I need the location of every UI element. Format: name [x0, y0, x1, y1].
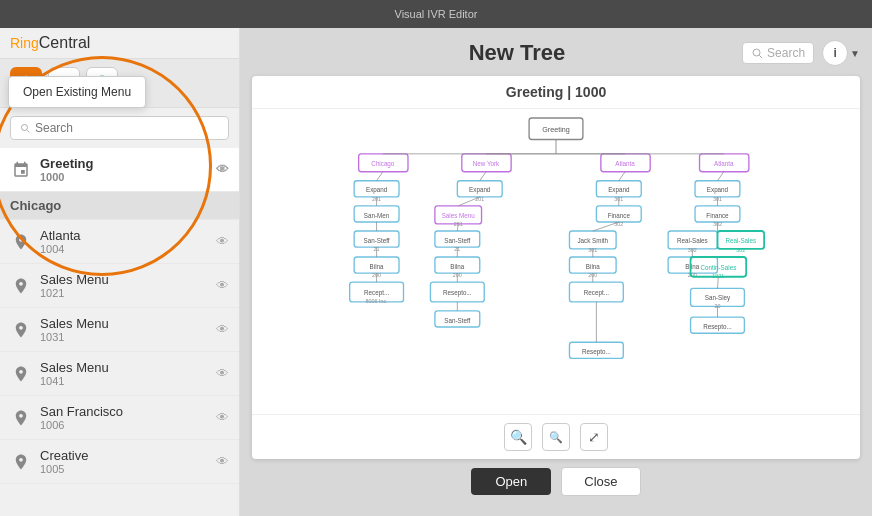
zoom-out-icon: 🔍	[549, 431, 563, 444]
atlanta-eye-icon[interactable]: 👁	[216, 234, 229, 249]
sidebar-list: Greeting 1000 👁 Chicago Atlanta 1004	[0, 148, 239, 516]
greeting-name: Greeting	[40, 156, 216, 171]
zoom-in-icon: 🔍	[510, 429, 527, 445]
sidebar-search-bar[interactable]	[10, 116, 229, 140]
top-bar: Visual IVR Editor	[0, 0, 872, 28]
diagram-container: Greeting | 1000 Greeting Chicago New Yor…	[252, 76, 860, 459]
atlanta-icon	[10, 231, 32, 253]
salesmenu3-name: Sales Menu	[40, 360, 216, 375]
svg-text:Sales Menu: Sales Menu	[442, 212, 476, 219]
svg-text:Finance: Finance	[706, 212, 729, 219]
logo: RingCentral	[10, 34, 90, 52]
svg-line-31	[480, 172, 486, 181]
svg-line-32	[619, 172, 625, 181]
svg-text:Resepto...: Resepto...	[703, 323, 732, 331]
zoom-fit-icon: ⤢	[588, 429, 600, 445]
zoom-fit-button[interactable]: ⤢	[580, 423, 608, 451]
svg-text:New York: New York	[473, 160, 500, 167]
svg-text:San-Men: San-Men	[364, 212, 390, 219]
salesmenu2-eye-icon[interactable]: 👁	[216, 322, 229, 337]
svg-text:Expand: Expand	[366, 186, 388, 194]
salesmenu3-item-text: Sales Menu 1041	[40, 360, 216, 387]
main-content: New Tree Search i ▼ Greeting | 1000	[240, 28, 872, 516]
svg-text:San-Steff: San-Steff	[444, 317, 470, 324]
sidebar-item-creative[interactable]: Creative 1005 👁	[0, 440, 239, 484]
svg-text:302: 302	[736, 247, 745, 253]
sidebar-search-input[interactable]	[35, 121, 220, 135]
salesmenu2-id: 1031	[40, 331, 216, 343]
chicago-label: Chicago	[10, 198, 61, 213]
info-button[interactable]: i	[822, 40, 848, 66]
greeting-eye-icon[interactable]: 👁	[216, 162, 229, 177]
svg-text:Recept...: Recept...	[364, 289, 389, 297]
svg-text:Contin-Sales: Contin-Sales	[700, 264, 736, 271]
sidebar-item-atlanta[interactable]: Atlanta 1004 👁	[0, 220, 239, 264]
close-button[interactable]: Close	[561, 467, 640, 496]
svg-text:Atlanta: Atlanta	[714, 160, 734, 167]
diagram-canvas: Greeting Chicago New York Atlanta Atlant…	[252, 109, 860, 414]
svg-text:Real-Sales: Real-Sales	[725, 237, 756, 244]
greeting-icon	[10, 159, 32, 181]
svg-text:Expand: Expand	[707, 186, 729, 194]
svg-text:Bilna: Bilna	[586, 263, 600, 270]
svg-text:Finance: Finance	[608, 212, 631, 219]
salesmenu2-name: Sales Menu	[40, 316, 216, 331]
zoom-in-button[interactable]: 🔍	[504, 423, 532, 451]
creative-item-text: Creative 1005	[40, 448, 216, 475]
logo-central: Central	[39, 34, 91, 51]
salesmenu2-item-text: Sales Menu 1031	[40, 316, 216, 343]
sanfrancisco-id: 1006	[40, 419, 216, 431]
zoom-out-button[interactable]: 🔍	[542, 423, 570, 451]
logo-ring: Ring	[10, 35, 39, 51]
salesmenu3-icon	[10, 363, 32, 385]
svg-text:Chicago: Chicago	[371, 160, 395, 168]
sanfrancisco-name: San Francisco	[40, 404, 216, 419]
header-search-icon	[751, 47, 763, 59]
svg-text:San-Steff: San-Steff	[444, 237, 470, 244]
open-existing-tooltip: Open Existing Menu	[8, 76, 146, 108]
svg-text:Bilna: Bilna	[450, 263, 464, 270]
svg-text:Bilna: Bilna	[370, 263, 384, 270]
svg-text:302: 302	[614, 221, 623, 227]
sidebar-item-salesmenu-1021[interactable]: Sales Menu 1021 👁	[0, 264, 239, 308]
salesmenu3-eye-icon[interactable]: 👁	[216, 366, 229, 381]
svg-text:Expand: Expand	[469, 186, 491, 194]
svg-text:Greeting: Greeting	[542, 126, 569, 134]
svg-point-0	[753, 49, 760, 56]
salesmenu1-icon	[10, 275, 32, 297]
svg-text:Atlanta: Atlanta	[615, 160, 635, 167]
creative-name: Creative	[40, 448, 216, 463]
svg-text:Real-Sales: Real-Sales	[677, 237, 708, 244]
salesmenu1-eye-icon[interactable]: 👁	[216, 278, 229, 293]
sidebar-item-greeting[interactable]: Greeting 1000 👁	[0, 148, 239, 192]
svg-text:Bilna: Bilna	[685, 263, 699, 270]
creative-eye-icon[interactable]: 👁	[216, 454, 229, 469]
ivr-tree-svg: Greeting Chicago New York Atlanta Atlant…	[252, 109, 860, 414]
logo-area: RingCentral	[0, 28, 239, 59]
svg-text:Resepto...: Resepto...	[443, 289, 472, 297]
svg-text:Resepto...: Resepto...	[582, 348, 611, 356]
open-button[interactable]: Open	[471, 468, 551, 495]
sidebar-item-salesmenu-1041[interactable]: Sales Menu 1041 👁	[0, 352, 239, 396]
sanfrancisco-item-text: San Francisco 1006	[40, 404, 216, 431]
dropdown-arrow[interactable]: ▼	[850, 48, 860, 59]
salesmenu1-item-text: Sales Menu 1021	[40, 272, 216, 299]
salesmenu3-id: 1041	[40, 375, 216, 387]
page-title: New Tree	[292, 40, 742, 66]
sanfrancisco-eye-icon[interactable]: 👁	[216, 410, 229, 425]
sidebar-item-salesmenu-1031[interactable]: Sales Menu 1031 👁	[0, 308, 239, 352]
header-search[interactable]: Search	[742, 42, 814, 64]
creative-icon	[10, 451, 32, 473]
sidebar-item-sanfrancisco[interactable]: San Francisco 1006 👁	[0, 396, 239, 440]
action-buttons: Open Close	[252, 459, 860, 504]
diagram-label: Greeting | 1000	[252, 76, 860, 109]
sanfrancisco-icon	[10, 407, 32, 429]
atlanta-id: 1004	[40, 243, 216, 255]
sidebar-section-chicago: Chicago	[0, 192, 239, 220]
salesmenu1-id: 1021	[40, 287, 216, 299]
svg-line-30	[377, 172, 383, 181]
tooltip-text: Open Existing Menu	[23, 85, 131, 99]
content-header: New Tree Search i ▼	[252, 40, 860, 66]
salesmenu2-icon	[10, 319, 32, 341]
atlanta-item-text: Atlanta 1004	[40, 228, 216, 255]
